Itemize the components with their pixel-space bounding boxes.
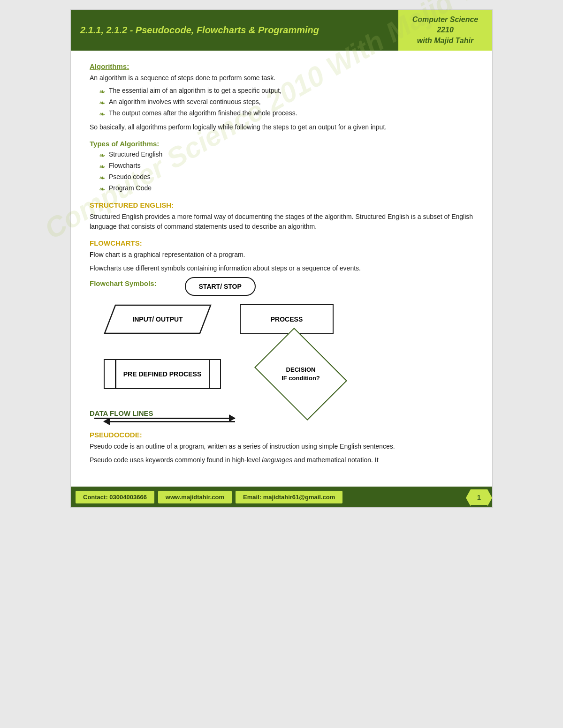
- bullet-icon: ❧: [99, 173, 105, 182]
- footer-page-number: 1: [471, 489, 487, 505]
- right-arrow-line: [94, 418, 235, 419]
- flowchart-symbols-label: Flowchart Symbols:: [90, 279, 157, 287]
- arrow-right: [94, 418, 473, 419]
- flowchart-text2: Flowcharts use different symbols contain…: [90, 263, 473, 273]
- page-header: 2.1.1, 2.1.2 - Pseudocode, Flowcharts & …: [71, 10, 492, 51]
- arrow-left: [94, 421, 473, 422]
- flowchart-text1: Flow chart is a graphical representation…: [90, 250, 473, 260]
- types-heading: Types of Algorithms:: [90, 140, 473, 148]
- page: 2.1.1, 2.1.2 - Pseudocode, Flowcharts & …: [70, 9, 493, 508]
- bullet-icon: ❧: [99, 185, 105, 194]
- startstop-shape: START/ STOP: [185, 277, 256, 296]
- structured-english-text: Structured English provides a more forma…: [90, 212, 473, 232]
- pseudocode-text2: Pseudo code uses keywords commonly found…: [90, 455, 473, 465]
- footer-email: Email: majidtahir61@gmail.com: [236, 491, 342, 503]
- input-output-shape: INPUT/ OUTPUT: [104, 304, 212, 334]
- list-item: ❧ An algorithm involves with several con…: [99, 98, 473, 107]
- footer-contact: Contact: 03004003666: [76, 491, 154, 503]
- data-flow-section: DATA FLOW LINES: [90, 409, 473, 422]
- input-output-label: INPUT/ OUTPUT: [132, 315, 183, 323]
- bullet-icon: ❧: [99, 87, 105, 96]
- types-section: Types of Algorithms: ❧ Structured Englis…: [90, 140, 473, 194]
- structured-english-heading: STRUCTURED ENGLISH:: [90, 201, 473, 209]
- list-item: ❧ Pseudo codes: [99, 173, 473, 182]
- io-process-row: INPUT/ OUTPUT PROCESS: [104, 304, 473, 334]
- header-brand-area: Computer Science 2210 with Majid Tahir: [398, 10, 492, 51]
- decision-text: DECISION IF condition?: [282, 366, 320, 383]
- predefined-shape: PRE DEFINED PROCESS: [104, 359, 221, 389]
- bullet-icon: ❧: [99, 162, 105, 171]
- pseudocode-section: PSEUDOCODE: Pseudo code is an outline of…: [90, 431, 473, 465]
- algorithms-section: Algorithms: An algorithm is a sequence o…: [90, 62, 473, 132]
- footer-website: www.majidtahir.com: [158, 491, 232, 503]
- flowcharts-heading: FLOWCHARTS:: [90, 239, 473, 247]
- list-item: ❧ Program Code: [99, 184, 473, 194]
- list-item: ❧ The output comes after the algorithm f…: [99, 109, 473, 119]
- page-footer: Contact: 03004003666 www.majidtahir.com …: [71, 487, 492, 507]
- types-bullets: ❧ Structured English ❧ Flowcharts ❧ Pseu…: [99, 150, 473, 194]
- algorithms-intro: An algorithm is a sequence of steps done…: [90, 73, 473, 83]
- arrows-container: [94, 418, 473, 422]
- algorithms-heading: Algorithms:: [90, 62, 473, 70]
- symbols-label-row: Flowchart Symbols: START/ STOP: [90, 277, 473, 296]
- predefined-decision-row: PRE DEFINED PROCESS DECISION IF conditio…: [104, 344, 473, 405]
- page-title: 2.1.1, 2.1.2 - Pseudocode, Flowcharts & …: [80, 25, 319, 36]
- bullet-icon: ❧: [99, 98, 105, 107]
- decision-shape: DECISION IF condition?: [259, 344, 343, 405]
- list-item: ❧ The essential aim of an algorithm is t…: [99, 87, 473, 96]
- bullet-icon: ❧: [99, 110, 105, 119]
- algorithms-summary: So basically, all algorithms perform log…: [90, 122, 473, 132]
- algorithms-bullets: ❧ The essential aim of an algorithm is t…: [99, 87, 473, 119]
- left-arrow-line: [104, 421, 235, 422]
- header-title-area: 2.1.1, 2.1.2 - Pseudocode, Flowcharts & …: [71, 10, 398, 51]
- pseudocode-heading: PSEUDOCODE:: [90, 431, 473, 439]
- pseudocode-text1: Pseudo code is an outline of a program, …: [90, 442, 473, 451]
- structured-english-section: STRUCTURED ENGLISH: Structured English p…: [90, 201, 473, 232]
- flowcharts-section: FLOWCHARTS: Flow chart is a graphical re…: [90, 239, 473, 422]
- list-item: ❧ Flowcharts: [99, 162, 473, 171]
- data-flow-label: DATA FLOW LINES: [90, 409, 153, 417]
- process-shape: PROCESS: [240, 304, 334, 334]
- list-item: ❧ Structured English: [99, 150, 473, 160]
- main-content: Algorithms: An algorithm is a sequence o…: [71, 51, 492, 482]
- bullet-icon: ❧: [99, 151, 105, 160]
- brand-text: Computer Science 2210 with Majid Tahir: [403, 15, 487, 46]
